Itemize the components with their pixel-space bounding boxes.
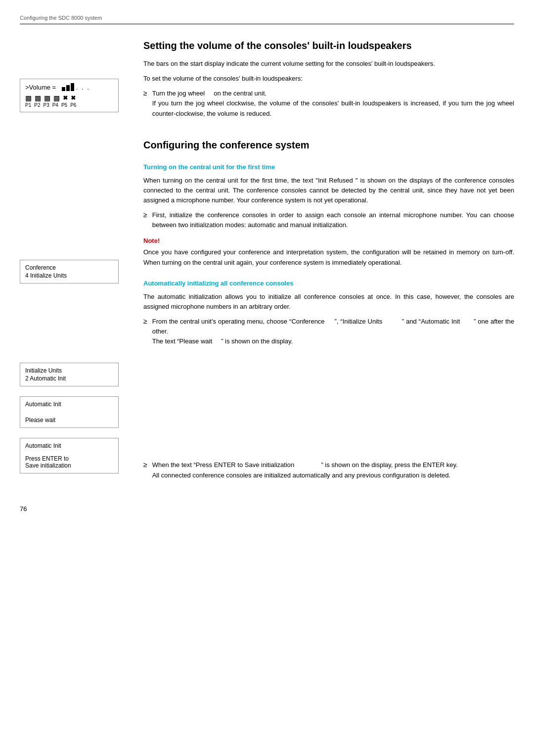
please-wait-line: Please wait: [25, 417, 113, 424]
icon-row: ▩ ▩ ▩ ▩ ✖ ✖: [25, 94, 113, 102]
configure-section-title: Configuring the conference system: [143, 139, 514, 151]
conf-box-line2: 4 Initialize Units: [25, 272, 113, 279]
label-p6: P6: [70, 102, 76, 108]
volume-bullet: ≥ Turn the jog wheel on the central unit…: [143, 89, 514, 118]
subsection2-bullet1: ≥ From the central unit's operating menu…: [143, 317, 514, 346]
x-p5-icon: ✖: [63, 94, 68, 101]
auto-init-line1: Automatic Init: [25, 401, 113, 408]
page-number: 76: [20, 505, 514, 513]
right-column: Setting the volume of the consoles' buil…: [138, 39, 514, 485]
volume-label: >Volume =: [25, 84, 56, 91]
auto-init-box: Automatic Init Please wait: [20, 396, 119, 428]
volume-display-box: >Volume = . . . ▩ ▩ ▩ ▩ ✖ ✖ P1 P2: [20, 79, 119, 112]
left-spacer-2: [20, 293, 129, 363]
configure-section: Configuring the conference system Turnin…: [143, 139, 514, 480]
volume-section: Setting the volume of the consoles' buil…: [143, 39, 514, 119]
label-p1: P1: [25, 102, 31, 108]
conf-box-line1: Conference: [25, 264, 113, 271]
subsection1-para1: When turning on the central unit for the…: [143, 176, 514, 205]
volume-section-title: Setting the volume of the consoles' buil…: [143, 39, 514, 52]
mic-p3-icon: ▩: [44, 94, 50, 102]
subsection1-bullet: ≥ First, initialize the conference conso…: [143, 210, 514, 230]
subsection2-bullet2: ≥ When the text “Press ENTER to Save ini…: [143, 460, 514, 480]
mic-p4-icon: ▩: [53, 94, 60, 102]
bullet-symbol-2: ≥: [143, 211, 147, 219]
auto-init-enter-box: Automatic Init Press ENTER to Save initi…: [20, 438, 119, 473]
subsection2-para1: The automatic initialization allows you …: [143, 292, 514, 312]
volume-bars: [62, 83, 74, 91]
bar-1: [62, 87, 65, 91]
label-p2: P2: [34, 102, 40, 108]
note-text: Once you have configured your conference…: [143, 247, 514, 267]
left-spacer-1: [20, 116, 129, 260]
page-header: Configuring the SDC 8000 system: [20, 15, 514, 24]
init-box-line1: Initialize Units: [25, 367, 113, 374]
subsection2-title: Automatically initializing all conferenc…: [143, 280, 514, 287]
bar-2: [66, 85, 70, 91]
label-p5: P5: [61, 102, 67, 108]
spacer-between-bullets: [143, 351, 514, 460]
mic-p1-icon: ▩: [25, 94, 32, 102]
press-enter-line1: Press ENTER to: [25, 455, 113, 462]
subsection1-bullet-text: First, initialize the conference console…: [152, 210, 514, 230]
subsection1-title: Turning on the central unit for the firs…: [143, 163, 514, 171]
auto-init2-line1: Automatic Init: [25, 442, 113, 449]
note-label: Note!: [143, 237, 514, 244]
bullet-symbol-3: ≥: [143, 317, 147, 325]
x-p6-icon: ✖: [71, 94, 76, 101]
bullet-symbol-4: ≥: [143, 461, 147, 469]
subsection-auto-init: Automatically initializing all conferenc…: [143, 280, 514, 480]
note-box: Note! Once you have configured your conf…: [143, 237, 514, 267]
label-row: P1 P2 P3 P4 P5 P6: [25, 102, 113, 108]
subsection2-bullet1-text: From the central unit's operating menu, …: [152, 317, 514, 346]
dots: . . .: [76, 84, 90, 91]
subsection2-bullet2-text: When the text “Press ENTER to Save initi…: [152, 460, 514, 480]
volume-intro1: The bars on the start display indicate t…: [143, 59, 514, 69]
header-text: Configuring the SDC 8000 system: [20, 15, 102, 21]
bar-3: [71, 83, 74, 91]
label-p3: P3: [43, 102, 49, 108]
volume-bullet-text: Turn the jog wheel on the central unit.I…: [152, 89, 514, 118]
conference-init-box: Conference 4 Initialize Units: [20, 260, 119, 284]
bullet-symbol-1: ≥: [143, 89, 147, 97]
label-p4: P4: [52, 102, 58, 108]
press-enter-line2: Save initialization: [25, 462, 113, 469]
volume-intro2: To set the volume of the consoles' built…: [143, 74, 514, 84]
mic-p2-icon: ▩: [35, 94, 41, 102]
subsection-first-time: Turning on the central unit for the firs…: [143, 163, 514, 268]
init-units-box: Initialize Units 2 Automatic Init: [20, 363, 119, 386]
init-box-line2: 2 Automatic Init: [25, 375, 113, 382]
left-column: >Volume = . . . ▩ ▩ ▩ ▩ ✖ ✖ P1 P2: [20, 39, 138, 485]
